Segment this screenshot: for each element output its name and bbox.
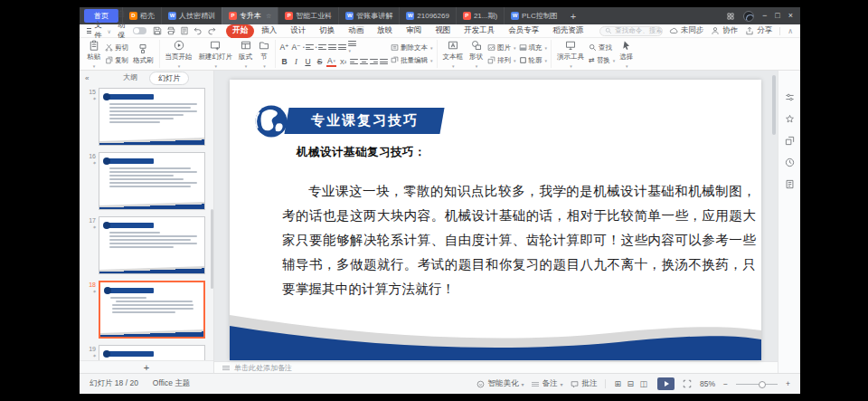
smart-beautify-button[interactable]: 智能美化▾ [476, 378, 524, 389]
collapse-panel-button[interactable]: « [85, 74, 89, 82]
font-color-button[interactable]: A [326, 57, 336, 67]
redo-icon[interactable] [207, 26, 216, 35]
slide-canvas[interactable]: 专业课复习技巧 机械设计基础复习技巧： 专业课这一块，零散的知识点比较多，我学的… [214, 71, 778, 361]
image-button[interactable]: 图片 [487, 43, 516, 53]
italic-button[interactable]: I [291, 57, 301, 67]
justify-button[interactable] [380, 59, 388, 64]
tab-document-7[interactable]: W PLC控制图 [504, 7, 564, 24]
text-tool-top-button[interactable]: 删除文本 [391, 43, 433, 53]
tab-document-1[interactable]: W 人技密精训 [161, 7, 222, 24]
strikethrough-button[interactable]: S [315, 57, 325, 67]
zoom-in-button[interactable]: + [786, 379, 790, 388]
fullscreen-icon[interactable] [683, 379, 692, 388]
shrink-font-button[interactable]: A⁻ [291, 43, 301, 53]
favorite-star-icon[interactable]: ☆ [266, 13, 271, 20]
collaborate-button[interactable]: 协作 [711, 25, 738, 36]
align-right-button[interactable] [370, 59, 378, 64]
ribbon-tab-transitions[interactable]: 切换 [313, 24, 341, 38]
save-icon[interactable] [153, 26, 162, 35]
slide-subtitle[interactable]: 机械设计基础复习技巧： [297, 145, 426, 160]
ribbon-tab-member[interactable]: 会员专享 [502, 24, 545, 38]
copy-button[interactable]: 复制 [105, 56, 128, 65]
bold-button[interactable]: B [279, 57, 289, 67]
slide-thumbnail-16[interactable]: 16◆ [83, 152, 205, 210]
indent-button[interactable] [338, 44, 346, 50]
presentation-tools-button[interactable]: 演示工具 [555, 40, 586, 69]
add-slide-button[interactable]: + [80, 360, 213, 373]
view-mode-buttons[interactable]: ⊞ ⊟ ◫ [614, 379, 649, 388]
ribbon-tab-slideshow[interactable]: 放映 [371, 24, 399, 38]
comments-button[interactable]: 批注 [571, 378, 597, 389]
ribbon-tab-docer-resources[interactable]: 稻壳资源 [546, 24, 590, 38]
close-button[interactable]: × [788, 12, 793, 20]
slide-thumbnail-18-selected[interactable]: 18◆ [83, 281, 205, 339]
slide-thumbnail-15[interactable]: 15◆ [83, 88, 205, 146]
properties-sliders-icon[interactable] [785, 92, 795, 102]
tab-slides[interactable]: 幻灯片 [149, 72, 189, 85]
arrange-button[interactable]: 排列 [487, 56, 516, 65]
zoom-slider[interactable] [736, 384, 778, 385]
tab-document-3[interactable]: P 智能工业科 [278, 7, 338, 24]
textbox-button[interactable]: 文本框 [441, 40, 466, 69]
tab-document-6[interactable]: P 21...期) [456, 7, 504, 24]
numbering-button[interactable] [316, 44, 326, 50]
tab-outline[interactable]: 大纲 [115, 72, 146, 85]
select-button[interactable]: 选择 [618, 40, 635, 69]
ribbon-tab-design[interactable]: 设计 [284, 24, 312, 38]
ribbon-tab-devtools[interactable]: 开发工具 [458, 24, 501, 38]
ribbon-tab-review[interactable]: 审阅 [400, 24, 428, 38]
autosave-toggle[interactable] [133, 27, 146, 34]
slide-body-text[interactable]: 专业课这一块，零散的知识点比较多，我学的是机械设计基础和机械制图，考的话也是这两… [282, 179, 756, 301]
outline-button[interactable]: 轮廓 [519, 56, 548, 65]
canvas-scrollbar[interactable] [772, 75, 776, 135]
layout-button[interactable]: 版式 [237, 40, 254, 69]
sync-status[interactable]: 未同步 [669, 25, 704, 36]
play-from-current-button[interactable]: 当页开始 [164, 40, 194, 69]
tab-document-4[interactable]: W 管账事讲解 [338, 7, 399, 24]
tab-document-5[interactable]: W 21096269 [399, 7, 456, 24]
ribbon-tab-view[interactable]: 视图 [429, 24, 457, 38]
user-avatar[interactable] [743, 11, 754, 22]
new-slide-button[interactable]: 新建幻灯片 [197, 40, 235, 69]
ribbon-tab-insert[interactable]: 插入 [255, 24, 283, 38]
apps-grid-icon[interactable] [726, 12, 735, 21]
command-search-input[interactable]: 查找命令、搜索模板 [599, 26, 662, 36]
tab-document-active[interactable]: P 专升本 ☆ [222, 7, 278, 24]
share-button[interactable]: 分享 [745, 25, 772, 36]
undo-icon[interactable] [193, 26, 203, 35]
preview-icon[interactable] [180, 26, 189, 35]
paste-button[interactable]: 粘贴 [85, 40, 102, 69]
ribbon-tab-animations[interactable]: 动画 [342, 24, 370, 38]
slide-thumbnail-19[interactable]: 19◆ [83, 345, 205, 360]
superscript-button[interactable]: X² [338, 57, 348, 67]
align-left-button[interactable] [350, 59, 358, 64]
slide-18[interactable]: 专业课复习技巧 机械设计基础复习技巧： 专业课这一块，零散的知识点比较多，我学的… [230, 80, 761, 360]
minimize-button[interactable]: − [762, 12, 767, 20]
grow-font-button[interactable]: A⁺ [279, 43, 289, 53]
layers-icon[interactable] [785, 136, 795, 146]
notes-bar[interactable]: 单击此处添加备注 [214, 361, 778, 373]
zoom-out-button[interactable]: − [723, 379, 728, 388]
maximize-button[interactable]: □ [775, 12, 779, 20]
ribbon-tab-home[interactable]: 开始 [226, 24, 254, 38]
theme-name[interactable]: Office 主题 [153, 378, 190, 389]
slide-title-banner[interactable]: 专业课复习技巧 [284, 108, 444, 134]
bullets-button[interactable] [303, 44, 314, 50]
slideshow-play-button[interactable] [657, 377, 675, 390]
fill-button[interactable]: 填充 [519, 43, 548, 53]
text-tool-bottom-button[interactable]: 批量编辑 [391, 56, 433, 65]
format-painter-button[interactable]: 格式刷 [131, 43, 156, 65]
document-panel-icon[interactable] [785, 179, 795, 189]
panel-scrollbar[interactable] [211, 209, 213, 289]
collapse-ribbon-button[interactable]: ∧ [788, 27, 793, 35]
underline-button[interactable]: U [303, 57, 313, 67]
outdent-button[interactable] [328, 44, 336, 50]
shapes-button[interactable]: 形状 [467, 40, 485, 69]
new-tab-button[interactable]: + [564, 11, 582, 22]
find-button[interactable]: 查找 [589, 43, 615, 53]
history-clock-icon[interactable] [785, 158, 795, 167]
cut-button[interactable]: 剪切 [105, 43, 128, 53]
section-button[interactable]: 节 [257, 40, 271, 69]
zoom-level[interactable]: 85% [700, 379, 715, 388]
notes-toggle-button[interactable]: 备注▾ [532, 378, 562, 389]
